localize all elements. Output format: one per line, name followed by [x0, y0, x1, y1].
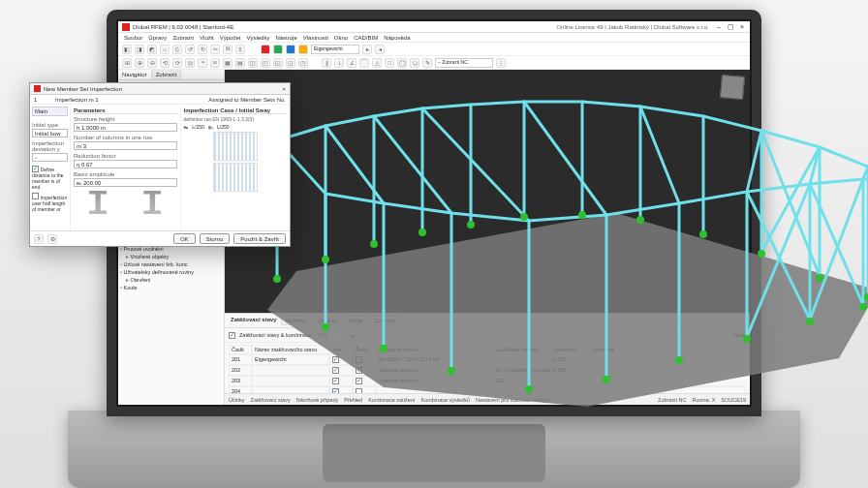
menu-item[interactable]: CAD/BIM — [354, 35, 378, 41]
table-row[interactable]: 201EigengewichtEN 1990 | ČSN | 2015-040.… — [229, 354, 746, 365]
menu-item[interactable]: Nástroje — [275, 35, 296, 41]
toolbar-button[interactable]: ⋮ — [496, 58, 506, 68]
tolerance-input[interactable]: - — [32, 153, 68, 162]
toolbar-button[interactable]: ⊥ — [334, 58, 344, 68]
toolbar-button[interactable]: ◯ — [397, 58, 407, 68]
ok-button[interactable]: OK — [173, 233, 196, 244]
dialog-close-icon[interactable]: × — [282, 86, 286, 92]
3d-viewport[interactable]: Zatěžovací stavy Hodinky Úpravy Výběr Zo… — [225, 70, 750, 405]
menu-item[interactable]: Úpravy — [148, 35, 167, 41]
amplitude-input[interactable]: e₀ 200.00 — [74, 178, 177, 187]
apply-close-button[interactable]: Použít & Zavřít — [233, 233, 286, 244]
toolbar-button[interactable]: △ — [372, 58, 382, 68]
navigator-tab-navigator[interactable]: Navigátor — [118, 70, 152, 79]
status-tab[interactable]: Kombinace zatížení — [368, 397, 415, 403]
toolbar-button[interactable]: ⊕ — [135, 58, 144, 68]
tree-node[interactable]: Vnořené objekty — [120, 253, 222, 260]
menu-item[interactable]: Výpočet — [220, 35, 241, 41]
help-icon[interactable]: ? — [34, 234, 44, 244]
menu-item[interactable]: Zobrazit — [172, 35, 194, 41]
bp-tab[interactable]: Hodinky — [281, 316, 312, 325]
cancel-button[interactable]: Storno — [200, 233, 231, 244]
menu-item[interactable]: Soubor — [124, 35, 142, 41]
minimize-icon[interactable]: – — [715, 23, 723, 31]
toolbar-button[interactable]: ▸ — [362, 45, 372, 54]
initial-type-select[interactable]: Initial bow — [32, 129, 68, 137]
filter-combo[interactable]: Vše — [316, 331, 345, 339]
toolbar-button[interactable]: ↺ — [185, 45, 195, 54]
menu-item[interactable]: Nápověda — [384, 35, 410, 41]
toolbar-button[interactable]: ⧉ — [223, 45, 232, 54]
status-tab[interactable]: Přehled — [344, 397, 362, 403]
toolbar-button[interactable] — [286, 45, 295, 54]
navigator-tab-zobrazit[interactable]: Zobrazit — [152, 70, 182, 79]
toolbar-button[interactable]: ◳ — [298, 58, 308, 68]
bp-tab[interactable]: Úpravy — [313, 316, 341, 325]
menu-item[interactable]: Výsledky — [246, 35, 269, 41]
view-filter-combo[interactable]: – Zobrazit NC — [435, 58, 493, 68]
toolbar-button[interactable]: ▾ — [349, 330, 358, 340]
toolbar-button[interactable]: ◨ — [135, 45, 144, 54]
bp-tab[interactable]: Zobrazit — [370, 316, 401, 325]
status-tab[interactable]: Nastavení pro statickou analýzu — [476, 397, 551, 403]
toolbar-button[interactable] — [273, 45, 283, 54]
toolbar-button[interactable]: ∠ — [347, 58, 356, 68]
toolbar-button[interactable]: ◧ — [122, 45, 132, 54]
dialog-nav-tab[interactable]: Main — [32, 107, 68, 116]
viewcube-icon[interactable] — [720, 75, 745, 100]
maximize-icon[interactable]: ▢ — [727, 23, 734, 31]
table-row[interactable]: 202Statická analýzaSA | SA2ebre - teofra… — [229, 365, 746, 376]
status-tab[interactable]: Návrhové případy — [296, 397, 338, 403]
tree-leaf[interactable]: Uživatelsky definované roviny — [120, 268, 222, 276]
status-tab[interactable]: Zatěžovací stavy — [251, 397, 291, 403]
checkbox[interactable] — [229, 332, 235, 339]
toolbar-button[interactable]: □ — [385, 58, 394, 68]
loadcase-combo[interactable]: Eigengewicht — [311, 45, 359, 54]
toolbar-button[interactable]: ⟲ — [160, 58, 170, 68]
toolbar-button[interactable]: ⌂ — [160, 45, 170, 54]
toolbar-button[interactable]: ⟳ — [172, 58, 182, 68]
menu-item[interactable]: Vložit — [200, 35, 214, 41]
checkbox[interactable] — [32, 193, 39, 199]
columns-input[interactable]: m 3 — [74, 141, 177, 150]
bp-tab[interactable]: Výběr — [343, 316, 368, 325]
toolbar-button[interactable] — [261, 45, 270, 54]
menu-item[interactable]: Vlastnosti — [303, 35, 328, 41]
toolbar-button[interactable]: ⎙ — [172, 45, 182, 54]
tree-node[interactable]: Otevření — [120, 276, 222, 284]
toolbar-button[interactable]: ◎ — [185, 58, 195, 68]
toolbar-button[interactable]: ⌖ — [198, 58, 207, 68]
height-input[interactable]: h 1.0000 m — [74, 123, 177, 132]
toolbar-button[interactable]: ◲ — [286, 58, 295, 68]
settings-icon[interactable]: ⚙ — [47, 234, 57, 244]
tree-leaf[interactable]: Uzlové nastavení šrb. konc. — [120, 260, 222, 268]
toolbar-button[interactable]: ⌒ — [359, 58, 369, 68]
toolbar-button[interactable]: ⧈ — [210, 58, 220, 68]
checkbox[interactable] — [32, 166, 39, 172]
toolbar-button[interactable]: ▤ — [235, 58, 245, 68]
toolbar-button[interactable]: ◰ — [261, 58, 270, 68]
table-row[interactable]: 203Statická analýzaSA2 — [229, 376, 746, 386]
toolbar-button[interactable]: ◱ — [273, 58, 283, 68]
toolbar-button[interactable]: ∥ — [322, 58, 331, 68]
toolbar-button[interactable]: ⊞ — [122, 58, 132, 68]
toolbar-button[interactable] — [298, 45, 308, 54]
close-icon[interactable]: × — [738, 23, 746, 31]
status-tab[interactable]: Účinky — [229, 397, 245, 403]
toolbar-button[interactable]: ≡ — [235, 45, 245, 54]
toolbar-button[interactable]: ✂ — [210, 45, 220, 54]
reduction-input[interactable]: η 0.67 — [74, 160, 177, 168]
tree-leaf[interactable]: Koule — [120, 284, 222, 291]
toolbar-button[interactable]: ▦ — [223, 58, 232, 68]
number-field[interactable]: 1 — [34, 97, 51, 103]
toolbar-button[interactable]: ⬠ — [410, 58, 419, 68]
toolbar-button[interactable]: ◂ — [375, 45, 385, 54]
toolbar-button[interactable]: ✎ — [422, 58, 432, 68]
menu-item[interactable]: Okno — [334, 35, 348, 41]
toolbar-button[interactable]: ◫ — [248, 58, 258, 68]
status-tab[interactable]: Kombinace výsledků — [421, 397, 470, 403]
toolbar-button[interactable]: ⊖ — [147, 58, 157, 68]
toolbar-button[interactable]: ↻ — [198, 45, 207, 54]
name-field[interactable]: Imperfection m 1 — [55, 97, 123, 103]
toolbar-button[interactable]: ◩ — [147, 45, 157, 54]
